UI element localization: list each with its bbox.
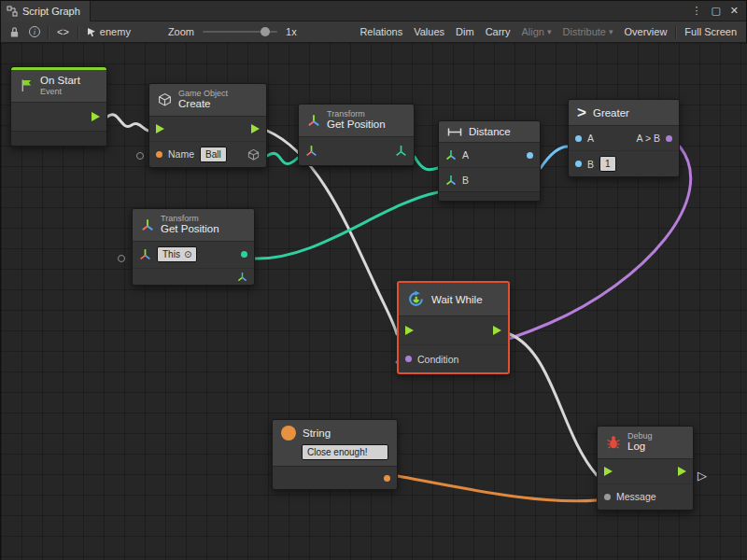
node-title: Get Position xyxy=(161,223,219,235)
target-field[interactable]: This ⊙ xyxy=(157,246,197,262)
graph-name-label: enemy xyxy=(100,26,131,37)
flow-output-port[interactable] xyxy=(493,326,501,335)
vector-b-input-port[interactable] xyxy=(445,175,457,186)
node-wait-while[interactable]: Wait While Condition xyxy=(397,281,510,374)
node-title: Greater xyxy=(593,107,629,119)
position-output-port[interactable] xyxy=(241,251,247,258)
greater-icon: > xyxy=(577,105,586,120)
string-output-port[interactable] xyxy=(384,475,390,482)
node-title: Wait While xyxy=(431,294,483,305)
unconnected-port-indicator[interactable] xyxy=(118,255,125,262)
node-get-position-this[interactable]: Transform Get Position This ⊙ xyxy=(132,208,255,286)
node-title: Log xyxy=(627,441,653,453)
node-get-position-top[interactable]: Transform Get Position xyxy=(298,104,415,166)
flow-output-port[interactable] xyxy=(251,124,260,133)
script-graph-window: Script Graph ⋮ ▢ ✕ i <> enemy xyxy=(0,0,747,560)
graph-canvas[interactable]: On Start Event Game Object Create xyxy=(1,43,747,560)
node-on-start[interactable]: On Start Event xyxy=(10,66,107,147)
wire-gameobject-create-to-getposition[interactable] xyxy=(267,153,298,163)
result-label: A > B xyxy=(637,133,660,144)
gameobject-output-port[interactable] xyxy=(247,148,260,161)
object-picker-icon[interactable]: ⊙ xyxy=(184,248,191,260)
string-icon xyxy=(281,426,296,441)
distribute-button[interactable]: Distribute▾ xyxy=(557,21,619,43)
flow-output-port[interactable] xyxy=(678,467,686,476)
node-distance[interactable]: Distance A B xyxy=(438,120,541,202)
info-button[interactable]: i xyxy=(24,21,45,43)
node-string-literal[interactable]: String Close enough! xyxy=(272,419,398,490)
graph-context[interactable]: enemy xyxy=(81,21,136,43)
flow-output-port[interactable] xyxy=(92,112,100,121)
node-category: Game Object xyxy=(178,89,228,98)
close-icon[interactable]: ✕ xyxy=(730,5,739,17)
pointer-icon xyxy=(87,27,97,37)
lock-icon xyxy=(9,26,20,38)
relations-button[interactable]: Relations xyxy=(354,21,408,43)
zoom-value: 1x xyxy=(286,26,297,37)
transform-icon xyxy=(307,114,320,127)
wire-string-to-message[interactable] xyxy=(398,476,597,501)
node-title: On Start xyxy=(40,75,80,87)
flow-input-port[interactable] xyxy=(156,124,164,133)
condition-label: Condition xyxy=(417,354,458,365)
node-category: Transform xyxy=(161,214,219,223)
title-bar: Script Graph ⋮ ▢ ✕ xyxy=(1,1,746,21)
dangling-flow-arrow-icon[interactable]: ▷ xyxy=(698,469,707,483)
zoom-slider-thumb[interactable] xyxy=(261,27,270,36)
position-output-port[interactable] xyxy=(395,145,407,157)
string-value-field[interactable]: Close enough! xyxy=(302,444,388,460)
lock-button[interactable] xyxy=(5,21,24,43)
node-greater[interactable]: > Greater A A > B B 1 xyxy=(568,99,680,177)
flag-icon xyxy=(20,78,34,92)
name-input-port[interactable] xyxy=(156,151,162,158)
name-label: Name xyxy=(168,148,194,160)
values-button[interactable]: Values xyxy=(408,21,450,43)
node-category: Debug xyxy=(627,431,653,441)
caret-down-icon: ▾ xyxy=(609,28,613,36)
a-label: A xyxy=(462,149,469,161)
bug-icon xyxy=(606,435,621,450)
flow-input-port[interactable] xyxy=(604,467,613,476)
node-category: Transform xyxy=(327,109,386,119)
fullscreen-button[interactable]: Full Screen xyxy=(679,21,742,43)
wire-flow-waitwhile-to-log[interactable] xyxy=(510,334,597,475)
tab-label: Script Graph xyxy=(22,6,80,17)
condition-input-port[interactable] xyxy=(405,356,412,362)
wire-distance-to-greater-a[interactable] xyxy=(541,147,568,168)
node-title: String xyxy=(303,427,331,439)
dim-button[interactable]: Dim xyxy=(450,21,480,43)
b-input-port[interactable] xyxy=(575,161,582,167)
code-icon: <> xyxy=(57,26,69,37)
transform-input-port[interactable] xyxy=(139,248,151,260)
carry-button[interactable]: Carry xyxy=(480,21,516,43)
edit-graph-button[interactable]: <> xyxy=(51,21,75,43)
flow-input-port[interactable] xyxy=(405,326,414,335)
wire-flow-onstart-to-create[interactable] xyxy=(107,115,148,131)
transform-input-port[interactable] xyxy=(305,145,317,157)
b-label: B xyxy=(587,159,594,170)
caret-down-icon: ▾ xyxy=(547,28,552,36)
name-field[interactable]: Ball xyxy=(200,147,227,162)
a-input-port[interactable] xyxy=(575,135,582,142)
align-button[interactable]: Align▾ xyxy=(516,21,557,43)
node-debug-log[interactable]: Debug Log Message xyxy=(597,426,694,511)
info-icon: i xyxy=(29,26,40,37)
b-value-field[interactable]: 1 xyxy=(599,156,616,172)
window-menu-icon[interactable]: ⋮ xyxy=(691,5,701,17)
maximize-icon[interactable]: ▢ xyxy=(711,5,720,17)
unconnected-port-indicator[interactable] xyxy=(136,152,144,160)
vector-a-input-port[interactable] xyxy=(445,149,457,161)
a-label: A xyxy=(587,133,594,144)
result-output-port[interactable] xyxy=(666,135,672,142)
graph-tab-icon xyxy=(7,6,18,17)
zoom-slider[interactable] xyxy=(203,31,277,33)
graph-toolbar: i <> enemy Zoom 1x Relations Values Dim … xyxy=(1,21,746,43)
cube-icon xyxy=(158,92,172,106)
node-create-gameobject[interactable]: Game Object Create Name Ball xyxy=(148,83,267,168)
message-input-port[interactable] xyxy=(604,494,611,500)
b-label: B xyxy=(462,175,469,186)
distance-output-port[interactable] xyxy=(527,152,533,159)
overview-button[interactable]: Overview xyxy=(619,21,673,43)
tab-script-graph[interactable]: Script Graph xyxy=(1,1,91,21)
wire-position-to-distance-a[interactable] xyxy=(415,157,438,170)
